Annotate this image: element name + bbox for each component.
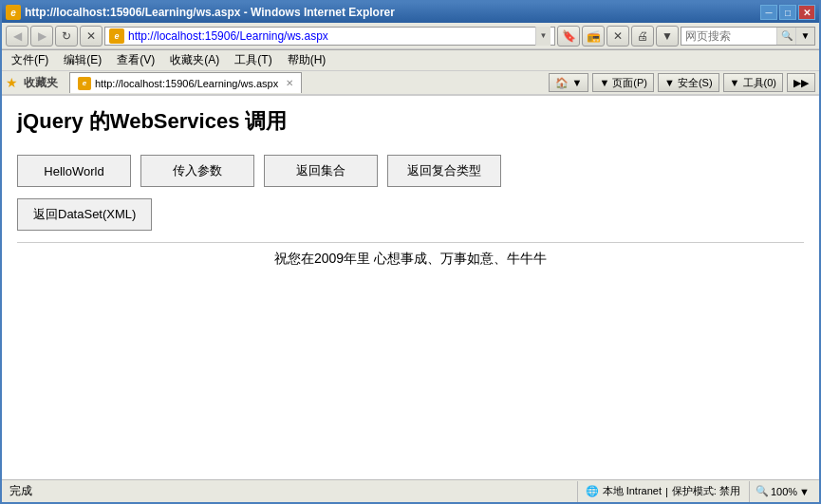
toolbar-right-buttons: 🏠 ▼ ▼ 页面(P) ▼ 安全(S) ▼ 工具(0) ▶▶: [549, 73, 815, 92]
zoom-level: 100%: [771, 486, 797, 497]
favorites-label: 收藏夹: [24, 75, 58, 91]
search-button[interactable]: 🔍: [776, 28, 795, 45]
window-controls: ─ □ ✕: [760, 5, 815, 20]
globe-icon: 🌐: [586, 485, 599, 497]
zoom-dropdown-icon: ▼: [799, 486, 810, 497]
page-title: jQuery 的WebServices 调用: [17, 107, 804, 136]
extra-button[interactable]: ▶▶: [787, 73, 815, 92]
status-text: 完成: [6, 483, 577, 499]
favorites-star-icon: ★: [6, 75, 18, 90]
browser-icon: e: [6, 5, 21, 20]
zone-text: 本地 Intranet: [603, 484, 662, 498]
nav-icon5[interactable]: ▼: [656, 26, 679, 47]
zone-separator: |: [665, 486, 668, 497]
return-dataset-button[interactable]: 返回DataSet(XML): [17, 198, 152, 231]
address-icon: e: [109, 28, 124, 44]
result-text: 祝您在2009年里 心想事成、万事如意、牛牛牛: [17, 251, 804, 268]
browser-window: e http://localhost:15906/Learning/ws.asp…: [0, 0, 821, 504]
address-bar[interactable]: e http://localhost:15906/Learning/ws.asp…: [104, 27, 555, 46]
minimize-button[interactable]: ─: [760, 5, 777, 20]
address-text: http://localhost:15906/Learning/ws.aspx: [128, 29, 535, 43]
status-right: 🌐 本地 Intranet | 保护模式: 禁用 🔍 100% ▼: [577, 481, 815, 502]
page-button[interactable]: ▼ 页面(P): [592, 73, 654, 92]
forward-button[interactable]: ▶: [30, 26, 53, 47]
security-button[interactable]: ▼ 安全(S): [658, 73, 719, 92]
search-dropdown[interactable]: ▼: [795, 28, 814, 45]
nav-icon1[interactable]: 🔖: [557, 26, 580, 47]
refresh-button[interactable]: ↻: [55, 26, 78, 47]
favorites-bar: ★ 收藏夹 e http://localhost:15906/Learning/…: [2, 71, 819, 96]
toolbar-area: ◀ ▶ ↻ ✕ e http://localhost:15906/Learnin…: [2, 23, 819, 50]
address-dropdown[interactable]: ▼: [535, 27, 550, 46]
menu-help[interactable]: 帮助(H): [282, 51, 332, 69]
main-content: jQuery 的WebServices 调用 HelloWorld 传入参数 返…: [2, 96, 819, 479]
nav-icon4[interactable]: 🖨: [631, 26, 654, 47]
zoom-control[interactable]: 🔍 100% ▼: [749, 481, 815, 502]
status-bar: 完成 🌐 本地 Intranet | 保护模式: 禁用 🔍 100% ▼: [2, 479, 819, 502]
title-bar: e http://localhost:15906/Learning/ws.asp…: [2, 2, 819, 23]
window-title: http://localhost:15906/Learning/ws.aspx …: [25, 6, 760, 19]
protection-mode-text: 保护模式: 禁用: [672, 484, 740, 498]
content-area: jQuery 的WebServices 调用 HelloWorld 传入参数 返…: [2, 96, 819, 279]
menu-view[interactable]: 查看(V): [111, 51, 160, 69]
tab-text: http://localhost:15906/Learning/ws.aspx: [95, 78, 278, 89]
menu-favorites[interactable]: 收藏夹(A): [164, 51, 225, 69]
active-tab[interactable]: e http://localhost:15906/Learning/ws.asp…: [69, 72, 302, 93]
tab-close-button[interactable]: ✕: [286, 78, 293, 88]
nav-icon2[interactable]: 📻: [582, 26, 605, 47]
buttons-row-1: HelloWorld 传入参数 返回集合 返回复合类型: [17, 155, 804, 187]
menu-bar: 文件(F) 编辑(E) 查看(V) 收藏夹(A) 工具(T) 帮助(H): [2, 50, 819, 71]
zoom-icon: 🔍: [756, 485, 769, 497]
close-button[interactable]: ✕: [798, 5, 815, 20]
tools-button[interactable]: ▼ 工具(0): [723, 73, 783, 92]
maximize-button[interactable]: □: [779, 5, 796, 20]
return-complex-button[interactable]: 返回复合类型: [387, 155, 501, 187]
menu-file[interactable]: 文件(F): [6, 51, 54, 69]
search-box[interactable]: 🔍 ▼: [681, 27, 815, 46]
stop-button[interactable]: ✕: [80, 26, 103, 47]
nav-bar: ◀ ▶ ↻ ✕ e http://localhost:15906/Learnin…: [2, 23, 819, 49]
tab-icon: e: [78, 77, 91, 90]
return-collection-button[interactable]: 返回集合: [264, 155, 378, 187]
nav-icon3[interactable]: ✕: [606, 26, 629, 47]
zone-indicator: 🌐 本地 Intranet | 保护模式: 禁用: [577, 481, 748, 502]
home-button[interactable]: 🏠 ▼: [549, 73, 588, 92]
hello-world-button[interactable]: HelloWorld: [17, 155, 131, 187]
menu-tools[interactable]: 工具(T): [229, 51, 277, 69]
result-divider: [17, 242, 804, 243]
menu-edit[interactable]: 编辑(E): [58, 51, 107, 69]
pass-params-button[interactable]: 传入参数: [140, 155, 254, 187]
buttons-row-2: 返回DataSet(XML): [17, 198, 804, 231]
back-button[interactable]: ◀: [6, 26, 28, 47]
search-input[interactable]: [681, 28, 776, 45]
